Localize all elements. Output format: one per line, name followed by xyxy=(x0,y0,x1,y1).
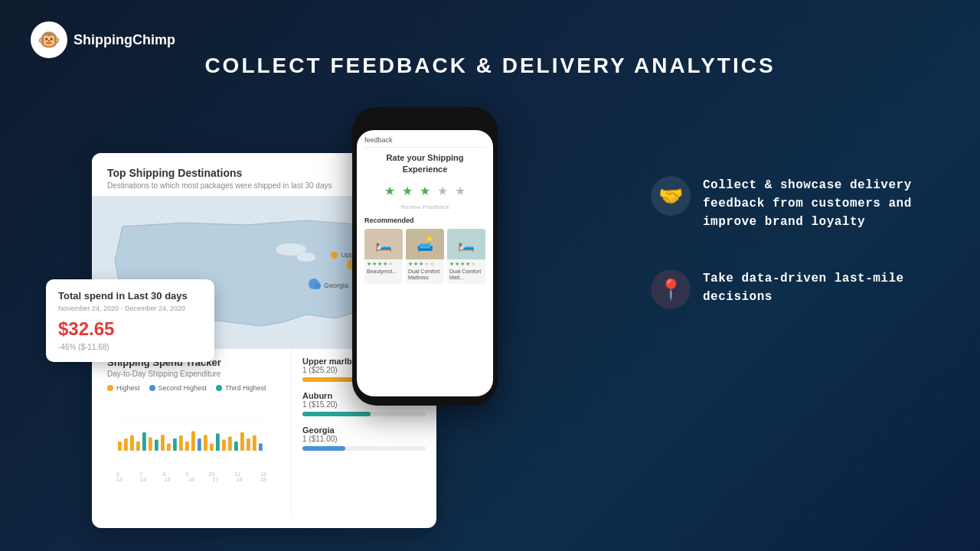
svg-rect-28 xyxy=(240,432,244,451)
product-name-1: Beautyrest... xyxy=(364,269,403,277)
star-3[interactable]: ★ xyxy=(417,184,433,199)
svg-rect-16 xyxy=(167,443,171,451)
svg-rect-10 xyxy=(130,435,134,451)
stars-row: ★ ★ ★ ★ ★ xyxy=(364,184,485,199)
dest-bar-fill-2 xyxy=(302,412,371,416)
product-name-2: Dual Comfort Mattress xyxy=(406,269,444,284)
map-label-georgia: Georgia xyxy=(314,282,348,289)
feature-icon-1: 🤝 xyxy=(651,176,691,216)
review-placeholder: Review Feedback xyxy=(364,204,485,210)
svg-rect-13 xyxy=(149,437,152,451)
product-item-1: 🛏️ ★★★★★ Beautyrest... xyxy=(364,229,403,284)
legend-third: Third Highest xyxy=(216,384,266,392)
star-2[interactable]: ★ xyxy=(400,184,415,199)
phone-screen-inner: feedback Rate your Shipping Experience ★… xyxy=(357,130,493,290)
dest-bar-track-3 xyxy=(302,446,426,451)
spend-tracker: Shipping Spend Tracker Day-to-Day Shippi… xyxy=(92,349,291,517)
svg-rect-31 xyxy=(259,443,263,451)
svg-rect-21 xyxy=(198,439,201,451)
phone-screen: feedback Rate your Shipping Experience ★… xyxy=(357,130,493,396)
page-title: COLLECT FEEDBACK & DELIVERY ANALYTICS xyxy=(204,54,775,78)
svg-rect-17 xyxy=(173,439,177,451)
svg-rect-8 xyxy=(118,442,122,451)
spend-card: Total spend in Last 30 days November 24,… xyxy=(46,279,214,362)
feature-text-2: Take data-driven last-miledecisions xyxy=(703,269,904,306)
feedback-header: feedback xyxy=(364,136,485,148)
dest-name-3: Georgia xyxy=(302,425,426,435)
dest-item-3: Georgia 1 ($11.00) xyxy=(302,425,426,451)
logo-text: ShippingChimp xyxy=(74,32,175,48)
svg-rect-30 xyxy=(253,435,256,451)
svg-point-2 xyxy=(297,253,315,262)
feature-item-2: 📍 Take data-driven last-miledecisions xyxy=(651,269,919,309)
star-5[interactable]: ★ xyxy=(452,184,468,199)
svg-rect-26 xyxy=(228,437,232,451)
svg-rect-22 xyxy=(204,435,207,451)
product-img-2: 🛋️ xyxy=(406,229,444,259)
svg-rect-29 xyxy=(247,439,250,451)
svg-rect-23 xyxy=(210,443,214,451)
product-stars-3: ★★★★★ xyxy=(447,259,485,269)
recommended-label: Recommended xyxy=(364,217,485,224)
svg-rect-11 xyxy=(136,442,140,451)
chart-legend: Highest Second Highest Third Highest xyxy=(107,384,276,392)
dest-bar-fill-3 xyxy=(302,446,345,451)
svg-rect-9 xyxy=(124,439,128,451)
svg-rect-18 xyxy=(179,435,183,451)
spend-tracker-subtitle: Day-to-Day Shipping Expenditure xyxy=(107,370,276,378)
spend-card-date: November 24, 2020 - December 24, 2020 xyxy=(58,305,202,312)
feature-text-1: Collect & showcase deliveryfeedback from… xyxy=(703,176,912,231)
product-item-3: 🛏️ ★★★★★ Dual Comfort Matt... xyxy=(447,229,485,284)
svg-rect-25 xyxy=(222,440,226,451)
spend-card-change: -46% ($-11.68) xyxy=(58,343,202,351)
product-stars-1: ★★★★★ xyxy=(364,259,403,269)
svg-rect-14 xyxy=(155,440,158,451)
product-item-2: 🛋️ ★★★★★ Dual Comfort Mattress xyxy=(406,229,444,284)
svg-rect-20 xyxy=(191,431,195,451)
product-name-3: Dual Comfort Matt... xyxy=(447,269,485,284)
product-stars-2: ★★★★★ xyxy=(406,259,444,269)
right-content: 🤝 Collect & showcase deliveryfeedback fr… xyxy=(651,176,919,347)
logo-icon: 🐵 xyxy=(31,21,67,58)
svg-rect-27 xyxy=(234,442,238,451)
svg-rect-24 xyxy=(216,434,220,451)
svg-rect-15 xyxy=(161,435,165,451)
dest-bar-track-2 xyxy=(302,412,426,416)
product-row: 🛏️ ★★★★★ Beautyrest... 🛋️ ★★★★★ Dual Com… xyxy=(364,229,485,284)
spend-card-title: Total spend in Last 30 days xyxy=(58,290,202,302)
product-img-1: 🛏️ xyxy=(364,229,403,259)
dest-count-3: 1 ($11.00) xyxy=(302,435,426,443)
svg-rect-19 xyxy=(185,442,189,451)
spend-card-amount: $32.65 xyxy=(58,318,202,340)
feature-item-1: 🤝 Collect & showcase deliveryfeedback fr… xyxy=(651,176,919,231)
product-img-3: 🛏️ xyxy=(447,229,485,259)
legend-second: Second Highest xyxy=(149,384,207,392)
legend-highest: Highest xyxy=(107,384,140,392)
chart-area: 6789101112 13141516171819 xyxy=(107,398,276,490)
phone-notch xyxy=(398,116,452,127)
feedback-title: Rate your Shipping Experience xyxy=(364,152,485,176)
feature-icon-2: 📍 xyxy=(651,269,691,309)
logo-area: 🐵 ShippingChimp xyxy=(31,21,175,58)
star-4[interactable]: ★ xyxy=(435,184,450,199)
star-1[interactable]: ★ xyxy=(382,184,397,199)
svg-rect-12 xyxy=(142,432,146,451)
phone-mockup: feedback Rate your Shipping Experience ★… xyxy=(352,107,498,406)
